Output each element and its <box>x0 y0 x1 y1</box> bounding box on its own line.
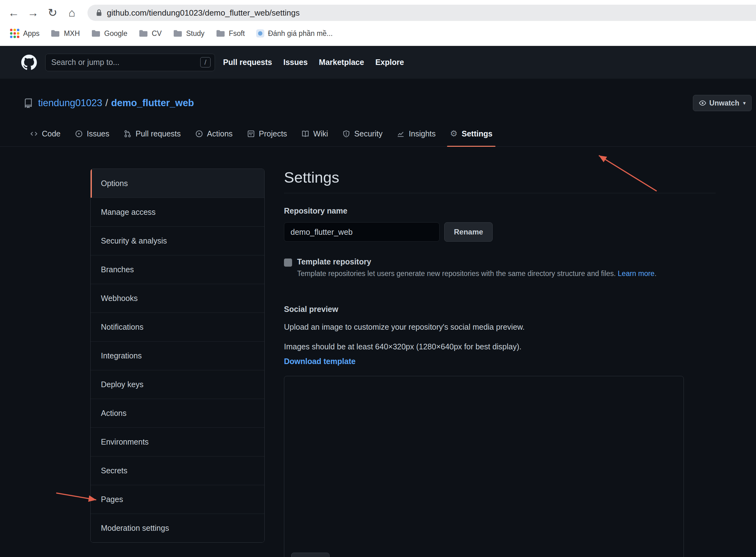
sidebar-item-deploy-keys[interactable]: Deploy keys <box>91 370 264 399</box>
edit-button[interactable]: Edit <box>291 553 330 557</box>
repo-header: tiendung01023 / demo_flutter_web Unwatch… <box>0 79 756 147</box>
sidebar-item-secrets[interactable]: Secrets <box>91 456 264 485</box>
tab-code[interactable]: Code <box>25 127 65 146</box>
folder-icon <box>91 29 101 37</box>
tab-label: Security <box>354 129 382 138</box>
settings-content: Options Manage access Security & analysi… <box>0 147 756 557</box>
bookmark-label: Đánh giá phần mề... <box>268 29 333 38</box>
lock-icon <box>95 9 103 17</box>
favicon-icon <box>256 29 264 37</box>
bookmark-danh-gia[interactable]: Đánh giá phần mề... <box>253 27 336 40</box>
bookmark-folder-mxh[interactable]: MXH <box>48 27 83 40</box>
tab-security[interactable]: Security <box>337 127 387 146</box>
folder-icon <box>173 29 183 37</box>
tab-wiki[interactable]: Wiki <box>297 127 333 146</box>
nav-marketplace[interactable]: Marketplace <box>319 58 364 67</box>
tab-pull-requests[interactable]: Pull requests <box>119 127 186 146</box>
folder-icon <box>51 29 60 37</box>
sidebar-item-integrations[interactable]: Integrations <box>91 341 264 370</box>
graph-icon <box>397 130 404 138</box>
tab-label: Projects <box>259 129 287 138</box>
tab-insights[interactable]: Insights <box>392 127 441 146</box>
sidebar-item-actions[interactable]: Actions <box>91 399 264 428</box>
browser-toolbar: ← → ↻ ⌂ github.com/tiendung01023/demo_fl… <box>0 0 756 23</box>
period: . <box>654 269 656 277</box>
repository-name-input[interactable] <box>284 222 440 242</box>
bookmark-label: Apps <box>23 29 39 38</box>
tab-label: Insights <box>409 129 436 138</box>
pull-request-icon <box>124 130 132 138</box>
sidebar-item-security-analysis[interactable]: Security & analysis <box>91 226 264 255</box>
repo-separator: / <box>105 97 108 109</box>
learn-more-link[interactable]: Learn more <box>618 269 655 277</box>
tab-actions[interactable]: Actions <box>190 127 238 146</box>
folder-icon <box>139 29 148 37</box>
tab-label: Code <box>42 129 61 138</box>
folder-icon <box>216 29 225 37</box>
repo-icon <box>23 98 33 108</box>
github-nav: Pull requests Issues Marketplace Explore <box>223 58 404 67</box>
social-preview-title: Social preview <box>284 305 716 314</box>
bookmark-label: Fsoft <box>229 29 245 38</box>
repo-name-link[interactable]: demo_flutter_web <box>111 97 194 109</box>
tab-label: Wiki <box>313 129 328 138</box>
eye-icon <box>699 99 706 107</box>
rename-button[interactable]: Rename <box>444 222 493 242</box>
github-logo-icon[interactable] <box>21 55 37 70</box>
breadcrumb: tiendung01023 / demo_flutter_web <box>23 97 194 109</box>
back-icon[interactable]: ← <box>6 5 22 21</box>
bookmark-label: MXH <box>64 29 80 38</box>
nav-pull-requests[interactable]: Pull requests <box>223 58 272 67</box>
project-board-icon <box>247 130 255 138</box>
sidebar-item-environments[interactable]: Environments <box>91 428 264 456</box>
forward-icon[interactable]: → <box>25 5 41 21</box>
bookmark-folder-google[interactable]: Google <box>88 27 131 40</box>
address-bar[interactable]: github.com/tiendung01023/demo_flutter_we… <box>87 5 756 21</box>
social-preview-line2: Images should be at least 640×320px (128… <box>284 342 716 351</box>
bookmark-apps[interactable]: Apps <box>7 27 43 40</box>
template-repository-label: Template repository <box>297 257 657 266</box>
repository-name-label: Repository name <box>284 206 716 215</box>
github-search-box[interactable]: / <box>45 54 215 71</box>
apps-grid-icon <box>10 29 19 38</box>
github-header: / Pull requests Issues Marketplace Explo… <box>0 46 756 79</box>
sidebar-item-options[interactable]: Options <box>91 169 264 198</box>
social-preview-line1: Upload an image to customize your reposi… <box>284 323 716 331</box>
download-template-link[interactable]: Download template <box>284 357 356 366</box>
screen: ← → ↻ ⌂ github.com/tiendung01023/demo_fl… <box>0 0 756 557</box>
bookmark-folder-fsoft[interactable]: Fsoft <box>213 27 248 40</box>
settings-sidebar: Options Manage access Security & analysi… <box>90 169 264 543</box>
sidebar-item-pages[interactable]: Pages <box>91 485 264 514</box>
bookmarks-bar: Apps MXH Google CV Study Fsoft <box>0 23 756 44</box>
nav-issues[interactable]: Issues <box>283 58 308 67</box>
bookmark-folder-cv[interactable]: CV <box>136 27 165 40</box>
sidebar-item-moderation-settings[interactable]: Moderation settings <box>91 514 264 542</box>
tab-settings[interactable]: ⚙ Settings <box>445 127 498 146</box>
tab-label: Actions <box>207 129 233 138</box>
sidebar-item-webhooks[interactable]: Webhooks <box>91 284 264 313</box>
bookmark-folder-study[interactable]: Study <box>170 27 208 40</box>
unwatch-button[interactable]: Unwatch ▾ <box>693 95 752 111</box>
tab-label: Pull requests <box>136 129 181 138</box>
home-icon[interactable]: ⌂ <box>64 5 80 21</box>
url-text: github.com/tiendung01023/demo_flutter_we… <box>107 8 300 18</box>
slash-key-hint: / <box>200 57 211 67</box>
tab-issues[interactable]: Issues <box>70 127 114 146</box>
book-icon <box>302 130 309 138</box>
social-preview-box: Edit <box>284 376 684 557</box>
page-title: Settings <box>284 169 716 193</box>
repo-owner-link[interactable]: tiendung01023 <box>38 97 102 109</box>
search-input[interactable] <box>51 58 200 67</box>
sidebar-item-notifications[interactable]: Notifications <box>91 313 264 341</box>
sidebar-item-manage-access[interactable]: Manage access <box>91 198 264 226</box>
play-icon <box>195 130 203 138</box>
reload-icon[interactable]: ↻ <box>44 5 61 21</box>
issue-icon <box>75 130 83 138</box>
template-description-text: Template repositories let users generate… <box>297 269 616 277</box>
code-icon <box>30 130 38 138</box>
sidebar-item-branches[interactable]: Branches <box>91 255 264 284</box>
tab-label: Issues <box>87 129 109 138</box>
tab-projects[interactable]: Projects <box>242 127 292 146</box>
nav-explore[interactable]: Explore <box>375 58 404 67</box>
template-repository-checkbox[interactable] <box>284 259 292 267</box>
